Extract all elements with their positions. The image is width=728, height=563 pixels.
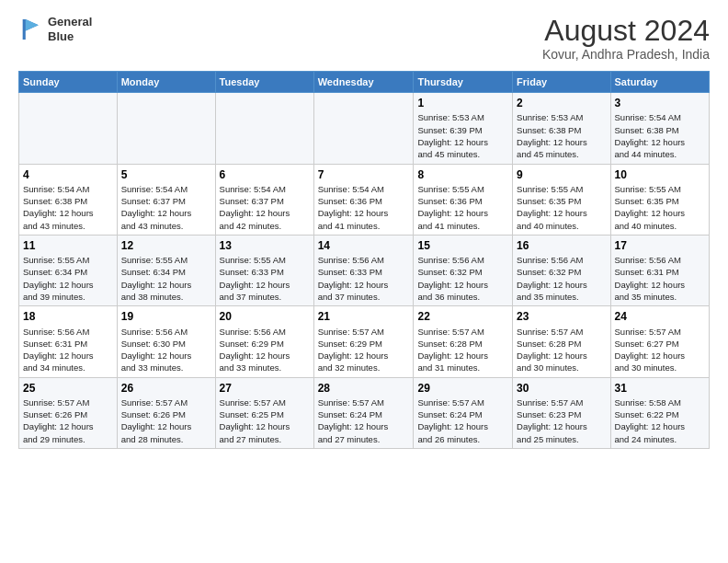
day-number: 29 (417, 381, 508, 396)
logo: General Blue (18, 15, 92, 43)
svg-rect-0 (18, 17, 44, 42)
day-number: 5 (121, 167, 211, 182)
page: General Blue August 2024 Kovur, Andhra P… (0, 0, 728, 458)
day-number: 8 (417, 167, 508, 182)
logo-text: General Blue (48, 15, 92, 43)
calendar-cell: 20Sunrise: 5:56 AM Sunset: 6:29 PM Dayli… (215, 306, 313, 377)
day-number: 21 (318, 309, 410, 324)
cell-content: Sunrise: 5:53 AM Sunset: 6:38 PM Dayligh… (517, 111, 606, 160)
day-header-sunday: Sunday (19, 72, 118, 93)
calendar-cell: 18Sunrise: 5:56 AM Sunset: 6:31 PM Dayli… (19, 306, 118, 377)
calendar-table: SundayMondayTuesdayWednesdayThursdayFrid… (18, 71, 710, 449)
calendar-cell: 29Sunrise: 5:57 AM Sunset: 6:24 PM Dayli… (414, 377, 513, 448)
cell-content: Sunrise: 5:57 AM Sunset: 6:24 PM Dayligh… (417, 396, 508, 445)
day-header-saturday: Saturday (610, 72, 709, 93)
cell-content: Sunrise: 5:56 AM Sunset: 6:31 PM Dayligh… (23, 326, 113, 374)
cell-content: Sunrise: 5:56 AM Sunset: 6:29 PM Dayligh… (220, 326, 310, 374)
calendar-cell: 2Sunrise: 5:53 AM Sunset: 6:38 PM Daylig… (513, 93, 610, 164)
logo-icon (18, 17, 44, 42)
cell-content: Sunrise: 5:54 AM Sunset: 6:37 PM Dayligh… (220, 183, 310, 232)
day-number: 28 (318, 381, 410, 396)
cell-content: Sunrise: 5:57 AM Sunset: 6:26 PM Dayligh… (121, 396, 211, 445)
day-number: 2 (517, 96, 606, 110)
calendar-week-3: 11Sunrise: 5:55 AM Sunset: 6:34 PM Dayli… (19, 235, 710, 305)
calendar-cell: 16Sunrise: 5:56 AM Sunset: 6:32 PM Dayli… (513, 235, 610, 305)
calendar-cell: 13Sunrise: 5:55 AM Sunset: 6:33 PM Dayli… (215, 235, 313, 305)
day-number: 9 (517, 167, 606, 182)
cell-content: Sunrise: 5:57 AM Sunset: 6:24 PM Dayligh… (318, 396, 410, 445)
day-number: 17 (615, 238, 705, 253)
calendar-cell: 17Sunrise: 5:56 AM Sunset: 6:31 PM Dayli… (610, 235, 709, 305)
cell-content: Sunrise: 5:57 AM Sunset: 6:28 PM Dayligh… (517, 326, 606, 374)
day-number: 7 (318, 167, 410, 182)
calendar-week-2: 4Sunrise: 5:54 AM Sunset: 6:38 PM Daylig… (19, 164, 710, 235)
day-number: 18 (23, 309, 113, 324)
day-number: 24 (615, 309, 705, 324)
day-number: 23 (517, 309, 606, 324)
calendar-cell: 21Sunrise: 5:57 AM Sunset: 6:29 PM Dayli… (313, 306, 414, 377)
calendar-cell: 19Sunrise: 5:56 AM Sunset: 6:30 PM Dayli… (117, 306, 215, 377)
cell-content: Sunrise: 5:55 AM Sunset: 6:35 PM Dayligh… (615, 183, 705, 232)
day-number: 19 (121, 309, 211, 324)
cell-content: Sunrise: 5:55 AM Sunset: 6:36 PM Dayligh… (417, 183, 508, 232)
calendar-cell: 27Sunrise: 5:57 AM Sunset: 6:25 PM Dayli… (215, 377, 313, 448)
sub-title: Kovur, Andhra Pradesh, India (542, 47, 710, 62)
calendar-week-4: 18Sunrise: 5:56 AM Sunset: 6:31 PM Dayli… (19, 306, 710, 377)
cell-content: Sunrise: 5:57 AM Sunset: 6:27 PM Dayligh… (615, 326, 705, 374)
calendar-cell: 1Sunrise: 5:53 AM Sunset: 6:39 PM Daylig… (414, 93, 513, 164)
day-number: 13 (220, 238, 310, 253)
calendar-cell: 25Sunrise: 5:57 AM Sunset: 6:26 PM Dayli… (19, 377, 118, 448)
cell-content: Sunrise: 5:56 AM Sunset: 6:31 PM Dayligh… (615, 254, 705, 303)
calendar-cell: 15Sunrise: 5:56 AM Sunset: 6:32 PM Dayli… (414, 235, 513, 305)
day-header-thursday: Thursday (414, 72, 513, 93)
day-number: 27 (220, 381, 310, 396)
calendar-cell: 3Sunrise: 5:54 AM Sunset: 6:38 PM Daylig… (610, 93, 709, 164)
calendar-cell: 7Sunrise: 5:54 AM Sunset: 6:36 PM Daylig… (313, 164, 414, 235)
calendar-cell: 14Sunrise: 5:56 AM Sunset: 6:33 PM Dayli… (313, 235, 414, 305)
calendar-cell: 4Sunrise: 5:54 AM Sunset: 6:38 PM Daylig… (19, 164, 118, 235)
title-block: August 2024 Kovur, Andhra Pradesh, India (542, 15, 710, 62)
calendar-cell: 5Sunrise: 5:54 AM Sunset: 6:37 PM Daylig… (117, 164, 215, 235)
calendar-cell: 23Sunrise: 5:57 AM Sunset: 6:28 PM Dayli… (513, 306, 610, 377)
calendar-cell: 22Sunrise: 5:57 AM Sunset: 6:28 PM Dayli… (414, 306, 513, 377)
day-number: 30 (517, 381, 606, 396)
day-number: 31 (615, 381, 705, 396)
day-number: 3 (615, 96, 705, 110)
day-number: 14 (318, 238, 410, 253)
main-title: August 2024 (542, 15, 710, 47)
header: General Blue August 2024 Kovur, Andhra P… (18, 15, 710, 62)
cell-content: Sunrise: 5:54 AM Sunset: 6:38 PM Dayligh… (23, 183, 113, 232)
day-header-monday: Monday (117, 72, 215, 93)
day-number: 15 (417, 238, 508, 253)
day-header-wednesday: Wednesday (313, 72, 414, 93)
calendar-cell: 11Sunrise: 5:55 AM Sunset: 6:34 PM Dayli… (19, 235, 118, 305)
cell-content: Sunrise: 5:58 AM Sunset: 6:22 PM Dayligh… (615, 396, 705, 445)
cell-content: Sunrise: 5:57 AM Sunset: 6:23 PM Dayligh… (517, 396, 606, 445)
day-header-friday: Friday (513, 72, 610, 93)
cell-content: Sunrise: 5:55 AM Sunset: 6:34 PM Dayligh… (121, 254, 211, 303)
cell-content: Sunrise: 5:56 AM Sunset: 6:30 PM Dayligh… (121, 326, 211, 374)
cell-content: Sunrise: 5:56 AM Sunset: 6:32 PM Dayligh… (517, 254, 606, 303)
calendar-week-5: 25Sunrise: 5:57 AM Sunset: 6:26 PM Dayli… (19, 377, 710, 448)
calendar-cell: 10Sunrise: 5:55 AM Sunset: 6:35 PM Dayli… (610, 164, 709, 235)
cell-content: Sunrise: 5:57 AM Sunset: 6:25 PM Dayligh… (220, 396, 310, 445)
calendar-cell: 8Sunrise: 5:55 AM Sunset: 6:36 PM Daylig… (414, 164, 513, 235)
cell-content: Sunrise: 5:57 AM Sunset: 6:28 PM Dayligh… (417, 326, 508, 374)
calendar-week-1: 1Sunrise: 5:53 AM Sunset: 6:39 PM Daylig… (19, 93, 710, 164)
day-header-tuesday: Tuesday (215, 72, 313, 93)
day-number: 11 (23, 238, 113, 253)
cell-content: Sunrise: 5:57 AM Sunset: 6:26 PM Dayligh… (23, 396, 113, 445)
calendar-cell: 6Sunrise: 5:54 AM Sunset: 6:37 PM Daylig… (215, 164, 313, 235)
day-number: 10 (615, 167, 705, 182)
day-number: 1 (417, 96, 508, 110)
cell-content: Sunrise: 5:54 AM Sunset: 6:38 PM Dayligh… (615, 111, 705, 160)
day-number: 22 (417, 309, 508, 324)
cell-content: Sunrise: 5:56 AM Sunset: 6:33 PM Dayligh… (318, 254, 410, 303)
calendar-cell: 26Sunrise: 5:57 AM Sunset: 6:26 PM Dayli… (117, 377, 215, 448)
calendar-cell: 31Sunrise: 5:58 AM Sunset: 6:22 PM Dayli… (610, 377, 709, 448)
cell-content: Sunrise: 5:56 AM Sunset: 6:32 PM Dayligh… (417, 254, 508, 303)
calendar-cell (215, 93, 313, 164)
calendar-cell: 12Sunrise: 5:55 AM Sunset: 6:34 PM Dayli… (117, 235, 215, 305)
calendar-cell: 9Sunrise: 5:55 AM Sunset: 6:35 PM Daylig… (513, 164, 610, 235)
calendar-cell (19, 93, 118, 164)
